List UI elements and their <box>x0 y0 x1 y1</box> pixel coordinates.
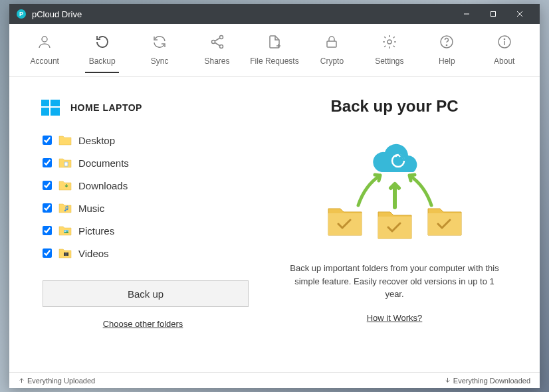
status-text: Everything Downloaded <box>453 377 530 385</box>
toolbar-label: Shares <box>205 56 230 66</box>
folder-checkbox[interactable] <box>43 181 52 190</box>
toolbar-label: Settings <box>375 56 403 66</box>
device-header: HOME LAPTOP <box>40 97 269 118</box>
folder-checkbox[interactable] <box>43 226 52 235</box>
folder-name: Music <box>78 203 104 214</box>
status-downloaded: Everything Downloaded <box>445 377 530 385</box>
folder-row-documents: Documents <box>43 154 269 171</box>
folder-checkbox[interactable] <box>43 158 52 167</box>
folder-icon <box>58 247 72 259</box>
folder-name: Desktop <box>78 135 115 146</box>
folder-name: Downloads <box>78 180 128 191</box>
titlebar: P pCloud Drive <box>9 4 540 24</box>
toolbar-label: Backup <box>89 56 116 66</box>
toolbar-label: File Requests <box>250 56 298 66</box>
svg-point-29 <box>64 231 66 232</box>
svg-rect-14 <box>327 41 336 47</box>
toolbar-label: Account <box>31 56 59 66</box>
crypto-icon <box>324 34 340 52</box>
shares-icon <box>209 34 225 52</box>
app-window: P pCloud Drive Account Backup Sync <box>9 4 540 388</box>
folder-row-videos: Videos <box>43 245 269 262</box>
folder-icon <box>58 202 72 214</box>
backup-button[interactable]: Back up <box>43 280 249 307</box>
svg-rect-22 <box>51 100 60 106</box>
backup-icon <box>94 34 110 52</box>
settings-icon <box>382 34 397 52</box>
status-text: Everything Uploaded <box>27 377 95 385</box>
toolbar-label: Help <box>439 56 455 66</box>
folder-row-downloads: Downloads <box>43 177 269 194</box>
folder-icon <box>58 157 72 169</box>
folder-row-pictures: Pictures <box>43 222 269 239</box>
folder-checkbox[interactable] <box>43 248 52 258</box>
toolbar-settings[interactable]: Settings <box>361 29 418 72</box>
svg-rect-23 <box>41 108 49 116</box>
maximize-button[interactable] <box>480 4 506 24</box>
folder-name: Documents <box>78 157 129 169</box>
app-icon: P <box>16 9 27 19</box>
svg-point-27 <box>66 209 68 211</box>
toolbar-shares[interactable]: Shares <box>188 29 245 72</box>
folder-row-desktop: Desktop <box>43 132 269 149</box>
svg-point-19 <box>504 39 504 39</box>
svg-point-15 <box>387 40 391 44</box>
minimize-button[interactable] <box>453 4 480 24</box>
toolbar-label: About <box>494 56 514 66</box>
folder-checkbox[interactable] <box>43 136 52 145</box>
toolbar-help[interactable]: Help <box>418 29 475 72</box>
account-icon <box>37 34 53 52</box>
windows-icon <box>40 97 61 118</box>
svg-rect-24 <box>51 108 60 116</box>
svg-line-11 <box>215 43 220 46</box>
download-icon <box>445 377 451 385</box>
close-button[interactable] <box>506 4 533 24</box>
statusbar: Everything Uploaded Everything Downloade… <box>9 372 540 388</box>
folder-checkbox[interactable] <box>43 203 52 213</box>
promo-description: Back up important folders from your comp… <box>288 262 501 301</box>
toolbar: Account Backup Sync Shares File Requests… <box>9 24 540 77</box>
window-controls <box>453 4 533 24</box>
status-uploaded: Everything Uploaded <box>19 377 95 385</box>
toolbar-label: Sync <box>151 56 169 66</box>
right-pane: Back up your PC <box>269 97 520 365</box>
choose-folders-link[interactable]: Choose other folders <box>40 319 246 329</box>
upload-icon <box>19 377 25 385</box>
window-title: pCloud Drive <box>32 9 453 19</box>
svg-rect-3 <box>491 12 496 17</box>
promo-title: Back up your PC <box>330 97 458 116</box>
folder-list: Desktop Documents Downloads Music <box>43 132 269 262</box>
svg-point-7 <box>219 35 223 39</box>
svg-rect-32 <box>68 252 69 256</box>
folder-name: Videos <box>78 248 109 259</box>
svg-rect-31 <box>64 252 65 256</box>
folder-row-music: Music <box>43 199 269 217</box>
how-it-works-link[interactable]: How it Works? <box>367 313 423 323</box>
svg-point-6 <box>42 37 47 42</box>
svg-point-17 <box>447 45 447 45</box>
toolbar-about[interactable]: About <box>476 29 533 72</box>
content: HOME LAPTOP Desktop Documents Downloads <box>9 77 540 372</box>
file-requests-icon <box>267 34 282 52</box>
svg-point-26 <box>64 210 66 212</box>
svg-point-8 <box>211 40 215 43</box>
toolbar-backup[interactable]: Backup <box>73 29 130 72</box>
toolbar-sync[interactable]: Sync <box>131 29 188 72</box>
folder-name: Pictures <box>78 225 114 237</box>
toolbar-file-requests[interactable]: File Requests <box>246 29 303 72</box>
left-pane: HOME LAPTOP Desktop Documents Downloads <box>40 97 269 365</box>
toolbar-account[interactable]: Account <box>16 29 73 72</box>
about-icon <box>496 34 512 52</box>
folder-icon <box>58 134 72 146</box>
sync-icon <box>152 34 167 52</box>
help-icon <box>439 34 455 52</box>
folder-icon <box>58 225 72 237</box>
folder-icon <box>58 179 72 191</box>
toolbar-crypto[interactable]: Crypto <box>303 29 360 72</box>
svg-rect-21 <box>41 100 49 106</box>
svg-rect-25 <box>64 162 68 166</box>
promo-illustration <box>302 129 488 248</box>
svg-line-10 <box>215 38 220 41</box>
device-name: HOME LAPTOP <box>70 102 142 113</box>
svg-text:P: P <box>19 11 23 17</box>
